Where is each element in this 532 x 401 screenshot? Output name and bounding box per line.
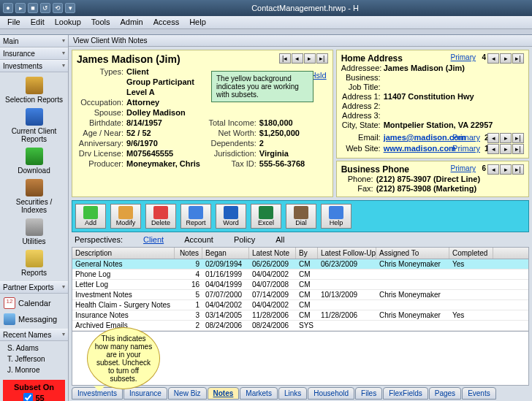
email-primary[interactable]: Primary (452, 133, 480, 142)
table-row[interactable]: Letter Log1604/04/199904/07/2008CM (72, 280, 528, 290)
perspective-client[interactable]: Client (143, 235, 164, 244)
sys-icon[interactable]: ⟲ (53, 3, 63, 13)
sb-calendar[interactable]: 12Calendar (1, 295, 66, 311)
tab-new-biz[interactable]: New Biz (168, 387, 207, 400)
nav-first[interactable]: |◂ (279, 53, 291, 64)
perspective-policy[interactable]: Policy (234, 235, 255, 244)
sys-icon[interactable]: ● (3, 3, 13, 13)
menu-access[interactable]: Access (149, 16, 183, 28)
perspective-all[interactable]: All (276, 235, 284, 244)
col-header[interactable]: By (296, 248, 318, 259)
subset-checkbox[interactable] (23, 393, 33, 401)
nav-last[interactable]: ▸| (512, 53, 524, 64)
sb-messaging[interactable]: Messaging (1, 311, 66, 327)
sb-partner[interactable]: Partner Exports (0, 281, 68, 294)
tab-markets[interactable]: Markets (240, 387, 278, 400)
col-header[interactable]: Latest Follow-Up (318, 248, 376, 259)
nav-last[interactable]: ▸| (512, 164, 524, 175)
col-header[interactable]: Latest Note (249, 248, 296, 259)
tab-links[interactable]: Links (278, 387, 307, 400)
table-row[interactable]: Health Claim - Surgery Notes104/04/20020… (72, 300, 528, 310)
tab-pages[interactable]: Pages (429, 387, 461, 400)
tab-files[interactable]: Files (355, 387, 382, 400)
recent-name[interactable]: T. Jefferson (4, 354, 64, 364)
explorer-strip (0, 29, 532, 35)
menu-file[interactable]: File (3, 16, 25, 28)
recent-name[interactable]: J. Monroe (4, 364, 64, 375)
nav-prev[interactable]: ◂ (292, 53, 303, 64)
table-row[interactable]: General Notes902/09/199406/26/2009CM06/2… (72, 259, 528, 270)
window-title: ContactManagement.hrwp - H (81, 4, 529, 12)
nav-prev[interactable]: ◂ (487, 164, 499, 175)
tab-household[interactable]: Household (308, 387, 354, 400)
sys-icon[interactable]: ■ (28, 3, 38, 13)
table-row[interactable]: Investment Notes507/07/200007/14/2009CM1… (72, 290, 528, 300)
recent-name[interactable]: S. Adams (4, 343, 64, 354)
perspective-account[interactable]: Account (184, 235, 213, 244)
client-info-box: |◂ ◂ ▸ ▸| James Madison (Jim) Head of Hs… (72, 50, 333, 197)
db-icon (26, 108, 43, 126)
tool-excel[interactable]: Excel (251, 204, 281, 229)
tool-help[interactable]: Help (321, 204, 352, 229)
tool-report[interactable]: Report (180, 204, 211, 229)
sb-securities[interactable]: Securities / Indexes (1, 177, 66, 215)
table-row[interactable]: Archived Emails208/24/200608/24/2006SYS (72, 321, 528, 331)
table-row[interactable]: Insurance Notes303/14/200511/28/2006CM11… (72, 310, 528, 321)
tool-delete[interactable]: Delete (145, 204, 176, 229)
nav-next[interactable]: ▸ (500, 144, 512, 154)
website-link[interactable]: www.madison.com (384, 144, 456, 153)
tool-add[interactable]: Add (75, 204, 106, 229)
sys-icon[interactable]: ▾ (65, 3, 75, 13)
nav-next[interactable]: ▸ (500, 133, 512, 143)
sb-reports[interactable]: Reports (1, 248, 66, 278)
sb-investments[interactable]: Investments (0, 60, 68, 72)
address-box: Primary 4 ◂▸▸| Home Address Addressee:Ja… (336, 50, 529, 159)
nav-next[interactable]: ▸ (500, 164, 512, 175)
col-header[interactable]: Completed (449, 248, 493, 259)
sb-recent[interactable]: Recent Names (0, 329, 68, 341)
menu-help[interactable]: Help (185, 16, 210, 28)
sys-icon[interactable]: ▸ (15, 3, 26, 13)
nav-last[interactable]: ▸| (316, 53, 328, 64)
col-header[interactable]: Began (202, 248, 249, 259)
sb-utilities[interactable]: Utilities (1, 217, 66, 247)
menu-admin[interactable]: Admin (115, 16, 147, 28)
table-row[interactable]: Phone Log401/16/199904/04/2002CM (72, 270, 528, 280)
nav-prev[interactable]: ◂ (487, 144, 499, 154)
nav-prev[interactable]: ◂ (487, 53, 499, 64)
col-header[interactable]: Description (72, 248, 175, 259)
menu-lookup[interactable]: Lookup (50, 16, 86, 28)
subset-title: Subset On (6, 383, 62, 392)
nav-prev[interactable]: ◂ (487, 133, 499, 143)
nav-last[interactable]: ▸| (512, 133, 524, 143)
address-primary-link[interactable]: Primary (451, 53, 476, 61)
subset-indicator: Subset On 55 (3, 380, 65, 401)
nav-last[interactable]: ▸| (512, 144, 524, 154)
sb-download[interactable]: Download (1, 146, 66, 176)
web-primary[interactable]: Primary (452, 144, 480, 153)
tab-notes[interactable]: Notes (208, 387, 240, 400)
subset-count: 55 (35, 394, 44, 402)
tab-flexfields[interactable]: FlexFields (383, 387, 428, 400)
menu-tools[interactable]: Tools (87, 16, 115, 28)
tool-word[interactable]: Word (216, 204, 246, 229)
sb-investments-items: Selection Reports Current Client Reports… (0, 72, 68, 281)
tool-dial[interactable]: Dial (286, 204, 316, 229)
tab-insurance[interactable]: Insurance (123, 387, 167, 400)
sb-current-reports[interactable]: Current Client Reports (1, 107, 66, 145)
tab-events[interactable]: Events (462, 387, 496, 400)
tool-modify[interactable]: Modify (110, 204, 141, 229)
phone-primary-link[interactable]: Primary (451, 164, 476, 172)
sb-selection-reports[interactable]: Selection Reports (1, 75, 66, 105)
menu-edit[interactable]: Edit (26, 16, 49, 28)
nav-next[interactable]: ▸ (304, 53, 316, 64)
nav-next[interactable]: ▸ (500, 53, 512, 64)
sys-icon[interactable]: ↺ (40, 3, 50, 13)
col-header[interactable]: Assigned To (376, 248, 449, 259)
sb-main[interactable]: Main (0, 35, 68, 47)
sb-insurance[interactable]: Insurance (0, 47, 68, 60)
sidebar: Main Insurance Investments Selection Rep… (0, 35, 69, 401)
main-area: View Client With Notes |◂ ◂ ▸ ▸| James M… (69, 35, 532, 401)
col-header[interactable]: Notes (175, 248, 202, 259)
reports-icon (26, 250, 43, 267)
